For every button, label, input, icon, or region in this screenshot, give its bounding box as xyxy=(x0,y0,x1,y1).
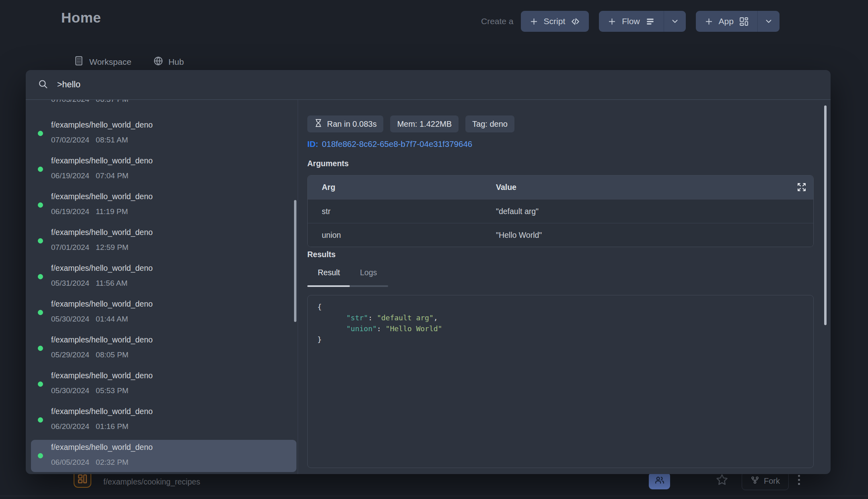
list-item[interactable]: f/examples/hello_world_deno 07/03/202406… xyxy=(31,100,296,109)
run-timestamp: 07/01/202412:59 PM xyxy=(51,243,128,252)
create-row: Create a Script Flow xyxy=(481,11,780,32)
success-dot-icon xyxy=(38,453,43,458)
run-path: f/examples/hello_world_deno xyxy=(51,228,153,237)
success-dot-icon xyxy=(38,346,43,351)
run-path: f/examples/hello_world_deno xyxy=(51,120,153,130)
plus-icon xyxy=(529,17,539,26)
column-header-arg: Arg xyxy=(308,183,496,192)
home-page: Home Create a Script Flow xyxy=(0,0,868,499)
success-dot-icon xyxy=(38,167,43,172)
create-script-button[interactable]: Script xyxy=(521,11,589,32)
list-item[interactable]: f/examples/hello_world_deno 05/29/202408… xyxy=(31,332,296,365)
page-title: Home xyxy=(61,10,101,26)
run-id-label: ID: xyxy=(307,139,318,148)
kebab-icon[interactable] xyxy=(798,475,800,485)
view-tabs: Workspace Hub xyxy=(74,56,184,68)
detail-panel-scrollbar[interactable] xyxy=(824,105,827,325)
run-id-row: ID:018fe862-8c62-65e8-b7f7-04e31f379646 xyxy=(307,139,472,149)
run-detail-panel: Ran in 0.083s Mem: 1.422MB Tag: deno ID:… xyxy=(298,100,831,474)
run-path: f/examples/hello_world_deno xyxy=(51,371,153,380)
tab-workspace-label: Workspace xyxy=(89,57,132,67)
result-json-viewer: { "str": "default arg", "union": "Hello … xyxy=(307,295,814,468)
flow-dropdown-button[interactable] xyxy=(664,11,686,32)
app-grid-icon xyxy=(739,16,749,27)
run-timestamp: 07/03/202406:37 PM xyxy=(51,100,128,104)
create-label: Create a xyxy=(481,16,514,26)
members-badge[interactable] xyxy=(649,472,670,489)
list-item[interactable]: f/examples/hello_world_deno 07/02/202408… xyxy=(31,118,296,150)
chevron-down-icon xyxy=(671,17,679,26)
list-item[interactable]: f/examples/hello_world_deno 05/30/202405… xyxy=(31,368,296,400)
tab-logs[interactable]: Logs xyxy=(360,268,377,277)
list-item[interactable]: f/examples/hello_world_deno 05/31/202411… xyxy=(31,261,296,293)
list-item[interactable]: f/examples/hello_world_deno 07/01/202412… xyxy=(31,225,296,257)
json-key: "str" xyxy=(346,313,368,322)
table-row: union "Hello World" xyxy=(308,223,813,247)
json-value: "Hello World" xyxy=(386,324,442,333)
list-item[interactable]: f/examples/hello_world_deno 05/30/202401… xyxy=(31,297,296,329)
fork-button[interactable]: Fork xyxy=(742,472,789,490)
arguments-table-header: Arg Value xyxy=(308,175,813,199)
fork-button-label: Fork xyxy=(764,476,780,486)
list-item[interactable]: f/examples/hello_world_deno 06/19/202411… xyxy=(31,189,296,221)
arg-name: str xyxy=(308,207,496,216)
search-input[interactable] xyxy=(57,80,540,90)
create-flow-button[interactable]: Flow xyxy=(599,11,685,32)
tab-workspace[interactable]: Workspace xyxy=(74,56,132,68)
list-item[interactable]: f/examples/hello_world_deno 06/20/202401… xyxy=(31,404,296,436)
success-dot-icon xyxy=(38,310,43,315)
success-dot-icon xyxy=(38,131,43,136)
run-timestamp: 07/02/202408:51 AM xyxy=(51,136,128,144)
memory-badge: Mem: 1.422MB xyxy=(390,115,459,132)
tab-hub[interactable]: Hub xyxy=(153,56,184,68)
run-timestamp: 05/31/202411:56 AM xyxy=(51,279,128,288)
json-key: "union" xyxy=(346,324,377,333)
run-path: f/examples/hello_world_deno xyxy=(51,192,153,201)
success-dot-icon xyxy=(38,381,43,387)
results-tabs: Result Logs xyxy=(307,268,814,287)
success-dot-icon xyxy=(38,202,43,208)
globe-icon xyxy=(153,56,163,68)
duration-badge-label: Ran in 0.083s xyxy=(327,120,376,129)
create-script-label: Script xyxy=(544,16,566,26)
building-icon xyxy=(74,56,84,68)
app-path[interactable]: f/examples/cooking_recipes xyxy=(103,477,200,487)
arguments-table: Arg Value str "default arg" union "Hello… xyxy=(307,175,814,247)
run-id-link[interactable]: 018fe862-8c62-65e8-b7f7-04e31f379646 xyxy=(322,139,472,148)
memory-badge-label: Mem: 1.422MB xyxy=(397,120,452,129)
run-timestamp: 05/30/202405:53 PM xyxy=(51,386,128,395)
table-row: str "default arg" xyxy=(308,199,813,223)
plus-icon xyxy=(607,17,617,26)
arg-name: union xyxy=(308,231,496,240)
arg-value: "Hello World" xyxy=(496,231,813,240)
runs-list-scrollbar[interactable] xyxy=(294,200,296,322)
run-path: f/examples/hello_world_deno xyxy=(51,335,153,344)
star-icon[interactable] xyxy=(716,473,728,488)
tag-badge: Tag: deno xyxy=(465,115,514,132)
app-dropdown-button[interactable] xyxy=(757,11,780,32)
code-icon xyxy=(570,16,580,27)
plus-icon xyxy=(704,17,714,26)
run-badges: Ran in 0.083s Mem: 1.422MB Tag: deno xyxy=(307,115,514,132)
flow-icon xyxy=(645,16,655,27)
list-item-selected[interactable]: f/examples/hello_world_deno 06/05/202402… xyxy=(31,440,296,472)
run-path: f/examples/hello_world_deno xyxy=(51,264,153,273)
run-path: f/examples/hello_world_deno xyxy=(51,407,153,416)
divider xyxy=(0,496,868,496)
list-item[interactable]: f/examples/hello_world_deno 06/19/202407… xyxy=(31,153,296,186)
run-timestamp: 06/19/202411:19 PM xyxy=(51,207,128,216)
json-value: "default arg" xyxy=(377,313,434,322)
run-path: f/examples/hello_world_deno xyxy=(51,299,153,309)
search-results-body: f/examples/hello_world_deno 07/03/202406… xyxy=(26,100,831,474)
hourglass-icon xyxy=(314,119,323,129)
create-app-button[interactable]: App xyxy=(696,11,780,32)
expand-icon[interactable] xyxy=(797,182,806,194)
run-timestamp: 06/20/202401:16 PM xyxy=(51,422,128,431)
run-timestamp: 05/30/202401:44 AM xyxy=(51,315,128,324)
chevron-down-icon xyxy=(764,17,773,26)
run-path: f/examples/hello_world_deno xyxy=(51,443,153,452)
search-icon xyxy=(38,79,48,91)
arguments-title: Arguments xyxy=(307,159,349,168)
run-timestamp: 06/05/202402:32 PM xyxy=(51,458,128,467)
tab-result[interactable]: Result xyxy=(318,268,340,277)
